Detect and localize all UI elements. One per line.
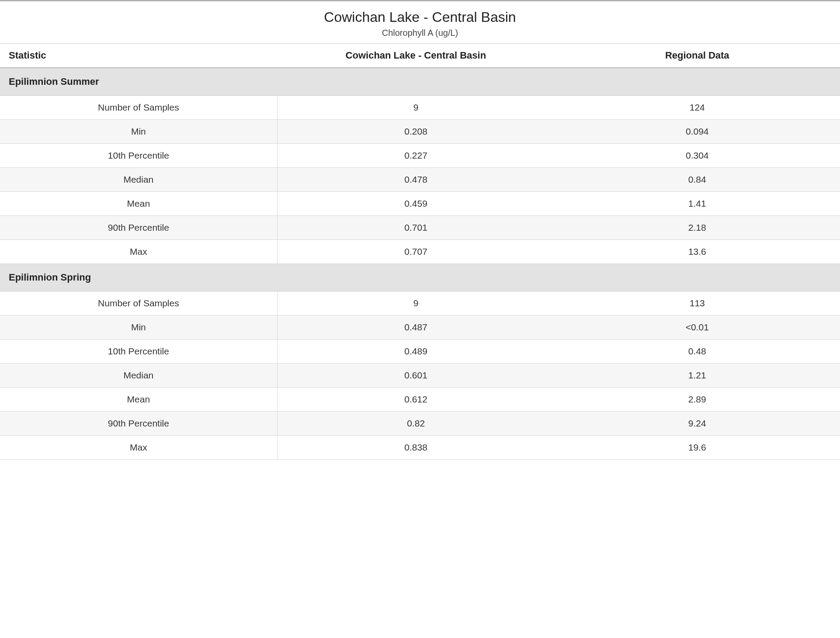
header-row: Statistic Cowichan Lake - Central Basin … — [0, 44, 840, 68]
col-header-statistic: Statistic — [0, 44, 277, 68]
site-value: 0.601 — [277, 364, 554, 388]
site-value: 0.838 — [277, 436, 554, 460]
stat-label: 10th Percentile — [0, 144, 277, 168]
region-value: 124 — [555, 96, 840, 120]
stat-label: Min — [0, 120, 277, 144]
region-value: 0.304 — [555, 144, 840, 168]
table-row: Max 0.838 19.6 — [0, 436, 840, 460]
stat-label: Max — [0, 240, 277, 264]
site-value: 0.459 — [277, 192, 554, 216]
table-row: Mean 0.459 1.41 — [0, 192, 840, 216]
region-value: 2.89 — [555, 388, 840, 412]
table-body: Epilimnion Summer Number of Samples 9 12… — [0, 68, 840, 460]
col-header-region: Regional Data — [555, 44, 840, 68]
stat-label: Min — [0, 316, 277, 340]
stats-table: Statistic Cowichan Lake - Central Basin … — [0, 44, 840, 460]
site-value: 0.227 — [277, 144, 554, 168]
site-value: 0.478 — [277, 168, 554, 192]
report-container: Cowichan Lake - Central Basin Chlorophyl… — [0, 0, 840, 460]
site-value: 0.707 — [277, 240, 554, 264]
stat-label: Median — [0, 364, 277, 388]
region-value: 1.41 — [555, 192, 840, 216]
page-subtitle: Chlorophyll A (ug/L) — [0, 28, 840, 38]
region-value: 0.48 — [555, 340, 840, 364]
region-value: 113 — [555, 291, 840, 316]
section-title: Epilimnion Spring — [0, 264, 840, 291]
section-title: Epilimnion Summer — [0, 68, 840, 96]
site-value: 0.612 — [277, 388, 554, 412]
region-value: 0.84 — [555, 168, 840, 192]
stat-label: Mean — [0, 192, 277, 216]
region-value: 13.6 — [555, 240, 840, 264]
site-value: 0.82 — [277, 412, 554, 436]
region-value: 2.18 — [555, 216, 840, 240]
region-value: 19.6 — [555, 436, 840, 460]
region-value: 9.24 — [555, 412, 840, 436]
region-value: 1.21 — [555, 364, 840, 388]
table-row: Median 0.601 1.21 — [0, 364, 840, 388]
site-value: 0.701 — [277, 216, 554, 240]
region-value: 0.094 — [555, 120, 840, 144]
table-row: Min 0.208 0.094 — [0, 120, 840, 144]
section-header: Epilimnion Spring — [0, 264, 840, 291]
site-value: 9 — [277, 291, 554, 316]
stat-label: Median — [0, 168, 277, 192]
title-section: Cowichan Lake - Central Basin Chlorophyl… — [0, 1, 840, 44]
stat-label: Number of Samples — [0, 291, 277, 316]
table-row: Min 0.487 <0.01 — [0, 316, 840, 340]
table-row: Median 0.478 0.84 — [0, 168, 840, 192]
table-row: Number of Samples 9 124 — [0, 96, 840, 120]
stat-label: Number of Samples — [0, 96, 277, 120]
stat-label: 10th Percentile — [0, 340, 277, 364]
table-row: 90th Percentile 0.701 2.18 — [0, 216, 840, 240]
table-row: 10th Percentile 0.227 0.304 — [0, 144, 840, 168]
site-value: 0.208 — [277, 120, 554, 144]
page-title: Cowichan Lake - Central Basin — [0, 9, 840, 25]
stat-label: 90th Percentile — [0, 216, 277, 240]
site-value: 0.489 — [277, 340, 554, 364]
col-header-site: Cowichan Lake - Central Basin — [277, 44, 554, 68]
table-row: Mean 0.612 2.89 — [0, 388, 840, 412]
site-value: 9 — [277, 96, 554, 120]
stat-label: Max — [0, 436, 277, 460]
section-header: Epilimnion Summer — [0, 68, 840, 96]
stat-label: 90th Percentile — [0, 412, 277, 436]
site-value: 0.487 — [277, 316, 554, 340]
table-row: Number of Samples 9 113 — [0, 291, 840, 316]
table-row: 10th Percentile 0.489 0.48 — [0, 340, 840, 364]
table-row: Max 0.707 13.6 — [0, 240, 840, 264]
stat-label: Mean — [0, 388, 277, 412]
table-row: 90th Percentile 0.82 9.24 — [0, 412, 840, 436]
region-value: <0.01 — [555, 316, 840, 340]
